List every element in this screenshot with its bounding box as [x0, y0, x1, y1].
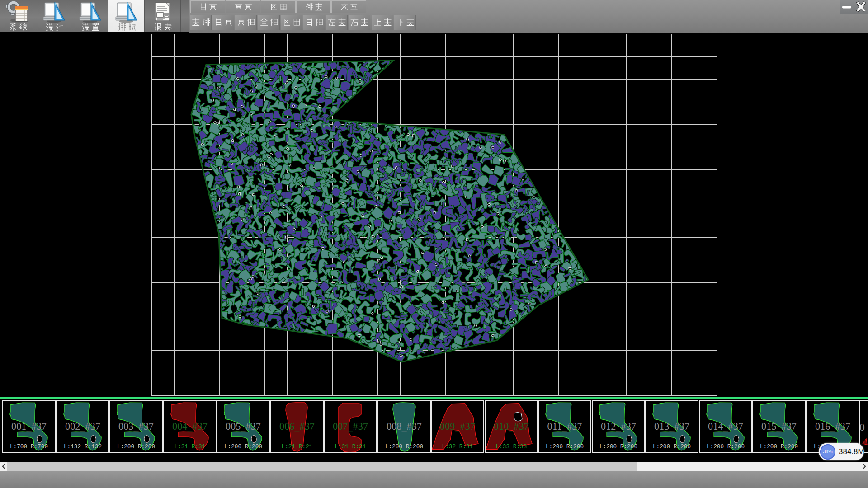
svg-text:L:200 R:200: L:200 R:200	[653, 443, 691, 450]
svg-text:L:200 R:200: L:200 R:200	[117, 443, 155, 450]
svg-text:L:132 R:132: L:132 R:132	[63, 443, 101, 450]
svg-text:L:21 R:21: L:21 R:21	[281, 443, 312, 450]
svg-text:L:200 R:200: L:200 R:200	[599, 443, 637, 450]
svg-text:008_#37: 008_#37	[387, 421, 422, 432]
svg-text:012_#37: 012_#37	[601, 421, 636, 432]
svg-text:015_#37: 015_#37	[761, 421, 797, 432]
svg-text:013_#37: 013_#37	[654, 421, 689, 432]
svg-text:003_#37: 003_#37	[118, 421, 154, 432]
svg-text:009_#37: 009_#37	[440, 421, 475, 432]
svg-text:L:31 R:31: L:31 R:31	[335, 443, 366, 450]
svg-text:006_#37: 006_#37	[279, 421, 315, 432]
svg-text:L:200 R:200: L:200 R:200	[546, 443, 584, 450]
svg-text:L:33 R:33: L:33 R:33	[495, 443, 527, 450]
svg-text:007_#37: 007_#37	[333, 421, 368, 432]
svg-text:L:200 R:200: L:200 R:200	[760, 443, 798, 450]
svg-text:014_#37: 014_#37	[708, 421, 743, 432]
svg-text:L:32 R:31: L:32 R:31	[442, 443, 473, 450]
svg-text:011_#37: 011_#37	[547, 421, 582, 432]
svg-text:001_#37: 001_#37	[11, 421, 47, 432]
svg-text:L:200 R:200: L:200 R:200	[706, 443, 744, 450]
svg-text:L:700 R:700: L:700 R:700	[10, 443, 48, 450]
svg-text:L:200 R:200: L:200 R:200	[224, 443, 262, 450]
svg-text:010_#37: 010_#37	[494, 421, 529, 432]
svg-text:L:200 R:200: L:200 R:200	[385, 443, 423, 450]
svg-text:016_#37: 016_#37	[815, 421, 850, 432]
svg-text:004_#37: 004_#37	[172, 421, 208, 432]
svg-text:L:31 R:31: L:31 R:31	[174, 443, 205, 450]
svg-text:002_#37: 002_#37	[65, 421, 100, 432]
svg-text:005_#37: 005_#37	[226, 421, 261, 432]
svg-text:0: 0	[860, 422, 865, 433]
